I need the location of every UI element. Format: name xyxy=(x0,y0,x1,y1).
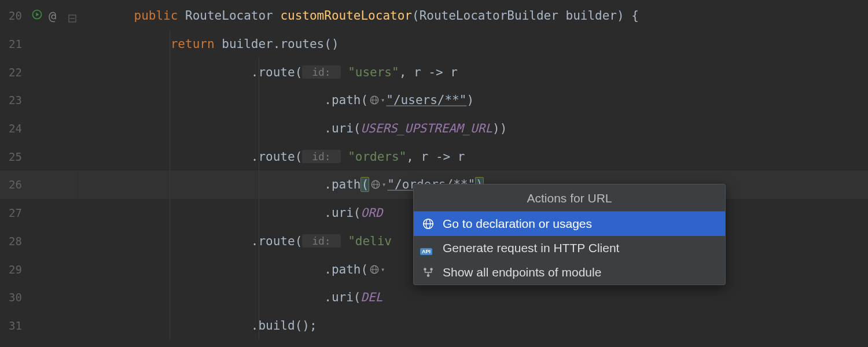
url-globe-icon[interactable]: ▾ xyxy=(370,179,386,190)
line-number: 25 xyxy=(9,150,22,163)
bean-annotation-icon[interactable]: @ xyxy=(49,9,56,23)
editor-gutter: 20 @ 21 22 23 24 25 26 27 28 29 30 31 xyxy=(0,0,78,347)
actions-for-url-popup: Actions for URL Go to declaration or usa… xyxy=(413,184,726,285)
matched-bracket: ( xyxy=(361,177,369,192)
globe-icon xyxy=(422,217,435,230)
spring-run-icon[interactable] xyxy=(31,9,43,23)
endpoints-icon xyxy=(422,266,435,279)
popup-item-label: Go to declaration or usages xyxy=(443,217,592,231)
line-number: 26 xyxy=(9,178,22,191)
line-number: 20 xyxy=(9,9,22,22)
popup-item-label: Show all endpoints of module xyxy=(443,265,601,279)
popup-item-goto-declaration[interactable]: Go to declaration or usages xyxy=(414,212,725,236)
line-number: 30 xyxy=(9,291,22,304)
code-line[interactable]: .build(); xyxy=(78,312,868,340)
line-number: 29 xyxy=(9,263,22,276)
http-file-icon: API xyxy=(422,242,435,254)
line-number: 23 xyxy=(9,94,22,106)
line-number: 24 xyxy=(9,122,22,135)
code-line[interactable]: .route( id: "users", r -> r xyxy=(78,58,868,86)
svg-point-14 xyxy=(424,268,426,271)
code-area[interactable]: public RouteLocator customRouteLocator(R… xyxy=(78,0,868,347)
parameter-hint: id: xyxy=(302,150,340,163)
parameter-hint: id: xyxy=(302,234,340,248)
fold-toggle-icon[interactable] xyxy=(68,12,76,20)
url-globe-icon[interactable]: ▾ xyxy=(369,264,385,275)
code-line[interactable]: .path(▾"/users/**") xyxy=(78,86,868,115)
svg-point-16 xyxy=(427,274,430,277)
line-number: 21 xyxy=(9,38,22,50)
popup-title: Actions for URL xyxy=(414,184,725,212)
line-number: 31 xyxy=(9,319,22,332)
parameter-hint: id: xyxy=(302,65,340,79)
popup-item-generate-http[interactable]: API Generate request in HTTP Client xyxy=(414,236,725,260)
code-line[interactable]: public RouteLocator customRouteLocator(R… xyxy=(78,2,868,30)
url-globe-icon[interactable]: ▾ xyxy=(369,95,385,105)
code-line[interactable]: return builder.routes() xyxy=(78,30,868,58)
popup-item-label: Generate request in HTTP Client xyxy=(443,241,619,255)
popup-item-show-endpoints[interactable]: Show all endpoints of module xyxy=(414,260,725,285)
code-line[interactable]: .uri(DEL xyxy=(78,283,868,312)
url-path-link[interactable]: "/users/**" xyxy=(386,93,466,107)
line-number: 22 xyxy=(9,66,22,79)
code-line[interactable]: .route( id: "orders", r -> r xyxy=(78,142,868,171)
code-line[interactable]: .uri(USERS_UPSTREAM_URL)) xyxy=(78,115,868,143)
line-number: 27 xyxy=(9,206,22,219)
svg-point-15 xyxy=(430,268,433,271)
line-number: 28 xyxy=(9,235,22,248)
code-editor[interactable]: 20 @ 21 22 23 24 25 26 27 28 29 30 31 pu… xyxy=(0,0,868,347)
